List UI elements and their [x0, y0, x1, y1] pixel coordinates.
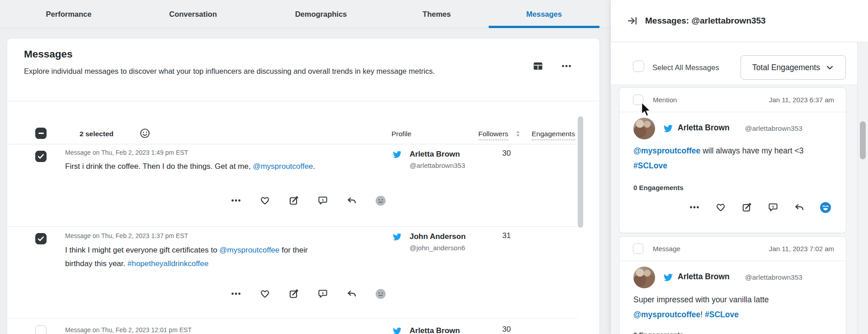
like-icon[interactable]	[259, 288, 270, 299]
quick-reply-icon[interactable]	[317, 288, 328, 299]
followers-value: 30	[502, 149, 511, 158]
sort-carets-icon[interactable]	[514, 129, 522, 138]
select-all-label: Select All Messages	[652, 63, 719, 72]
sentiment-positive-icon[interactable]	[820, 202, 831, 213]
messages-detail-panel: Messages: @arlettabrown353 Select All Me…	[610, 0, 868, 334]
tab-demographics[interactable]: Demographics	[289, 0, 353, 28]
message-card[interactable]: Mention Jan 11, 2023 6:37 am Arletta Bro…	[619, 87, 846, 233]
reply-icon[interactable]	[794, 202, 805, 213]
column-header-profile: Profile	[392, 130, 411, 138]
chevron-down-icon	[826, 63, 834, 72]
message-meta: Message on Thu, Feb 2, 2023 12:01 pm EST	[65, 326, 192, 334]
message-link[interactable]: #hopetheyalldrinkcoffee	[127, 259, 208, 268]
message-type-label: Mention	[653, 96, 677, 104]
message-meta: Message on Thu, Feb 2, 2023 1:49 pm EST	[65, 149, 188, 156]
message-date: Jan 11, 2023 6:37 am	[769, 96, 834, 104]
more-options-icon[interactable]	[560, 60, 572, 72]
twitter-icon	[393, 150, 401, 159]
main-region: Performance Conversation Demographics Th…	[0, 0, 610, 334]
twitter-icon	[664, 273, 673, 282]
message-text: @mysproutcoffee will always have my hear…	[633, 143, 823, 173]
profile-handle: @john_anderson6	[410, 244, 465, 252]
row-checkbox[interactable]	[35, 151, 47, 162]
message-row[interactable]: Message on Thu, Feb 2, 2023 1:37 pm EST …	[7, 227, 578, 319]
tab-performance[interactable]: Performance	[42, 0, 96, 28]
message-link[interactable]: @mysproutcoffee	[633, 146, 700, 155]
message-text: Super impressed with your vanilla latte …	[633, 292, 823, 322]
engagements-count: 0 Engagements	[633, 331, 684, 334]
profile-handle: @arlettabrown353	[745, 273, 802, 282]
panel-scrollbar-thumb[interactable]	[860, 121, 866, 159]
twitter-icon	[393, 327, 401, 334]
profile-name[interactable]: Arletta Brown	[678, 272, 730, 282]
panel-subheader: Select All Messages Total Engagements	[611, 43, 858, 85]
like-icon[interactable]	[259, 195, 270, 206]
row-checkbox[interactable]	[35, 233, 47, 244]
message-link[interactable]: #SCLove	[705, 310, 739, 319]
message-text: First i drink the coffee. Then I do the …	[65, 160, 336, 173]
twitter-icon	[664, 124, 673, 133]
more-options-icon[interactable]	[231, 195, 241, 206]
followers-value: 31	[502, 231, 511, 240]
message-row[interactable]: Message on Thu, Feb 2, 2023 1:49 pm EST …	[7, 144, 578, 227]
page-title: Messages	[24, 48, 73, 60]
message-row[interactable]: Message on Thu, Feb 2, 2023 12:01 pm EST…	[7, 319, 578, 334]
engagements-count: 0 Engagements	[633, 184, 684, 191]
compose-icon[interactable]	[741, 202, 752, 213]
profile-handle: @arlettabrown353	[745, 124, 802, 133]
message-meta: Message on Thu, Feb 2, 2023 1:37 pm EST	[65, 232, 188, 239]
table-header-row: 2 selected Profile Followers Engagements	[7, 101, 578, 144]
profile-handle: @arlettabrown353	[410, 162, 465, 169]
column-header-engagements[interactable]: Engagements	[532, 130, 575, 140]
avatar	[633, 267, 655, 288]
profile-name[interactable]: Arletta Brown	[410, 150, 460, 159]
compose-icon[interactable]	[288, 195, 299, 206]
tab-conversation[interactable]: Conversation	[165, 0, 222, 28]
tab-themes[interactable]: Themes	[420, 0, 454, 28]
more-options-icon[interactable]	[689, 202, 700, 213]
panel-header: Messages: @arlettabrown353	[611, 0, 868, 42]
panel-title: Messages: @arlettabrown353	[645, 16, 766, 26]
reply-icon[interactable]	[346, 195, 357, 206]
compose-icon[interactable]	[288, 288, 299, 299]
sort-dropdown[interactable]: Total Engagements	[741, 55, 846, 80]
message-card[interactable]: Message Jan 11, 2023 7:02 am Arletta Bro…	[619, 236, 846, 334]
profile-name[interactable]: Arletta Brown	[678, 123, 730, 133]
messages-report-card: Messages Explore individual messages to …	[7, 38, 600, 334]
page-description: Explore individual messages to discover …	[24, 64, 510, 78]
emoji-filter-icon[interactable]	[139, 128, 151, 139]
reply-icon[interactable]	[346, 288, 357, 299]
message-link[interactable]: @mysproutcoffee	[253, 162, 313, 171]
avatar	[633, 118, 655, 139]
message-text: I think I might get everyone gift certif…	[65, 243, 336, 271]
followers-value: 30	[502, 325, 511, 334]
table-view-icon[interactable]	[532, 60, 544, 72]
quick-reply-icon[interactable]	[768, 202, 778, 213]
twitter-icon	[393, 233, 401, 241]
table-scrollbar[interactable]	[578, 116, 583, 228]
row-checkbox[interactable]	[35, 325, 47, 334]
select-all-checkbox[interactable]	[35, 128, 47, 139]
message-link[interactable]: @mysproutcoffee	[219, 246, 279, 254]
card-checkbox[interactable]	[633, 243, 643, 254]
sentiment-neutral-icon[interactable]	[375, 288, 386, 299]
more-options-icon[interactable]	[231, 288, 241, 299]
selected-count: 2 selected	[80, 130, 113, 138]
sentiment-neutral-icon[interactable]	[375, 195, 386, 206]
messages-table: 2 selected Profile Followers Engagements…	[7, 101, 578, 334]
message-link[interactable]: #SCLove	[633, 161, 667, 170]
column-header-followers[interactable]: Followers	[478, 130, 508, 140]
select-all-messages-checkbox[interactable]	[633, 61, 644, 72]
message-date: Jan 11, 2023 7:02 am	[769, 245, 834, 253]
card-checkbox[interactable]	[633, 95, 643, 105]
message-link[interactable]: @mysproutcoffee	[633, 310, 700, 319]
report-tabbar: Performance Conversation Demographics Th…	[0, 0, 610, 28]
panel-message-list: Mention Jan 11, 2023 6:37 am Arletta Bro…	[611, 85, 858, 334]
tab-messages[interactable]: Messages	[489, 0, 599, 28]
quick-reply-icon[interactable]	[317, 195, 328, 206]
profile-name[interactable]: John Anderson	[410, 232, 466, 241]
profile-name[interactable]: Arletta Brown	[410, 326, 460, 334]
collapse-panel-icon[interactable]	[627, 15, 638, 26]
like-icon[interactable]	[715, 202, 726, 213]
panel-scrollbar[interactable]	[857, 43, 868, 334]
